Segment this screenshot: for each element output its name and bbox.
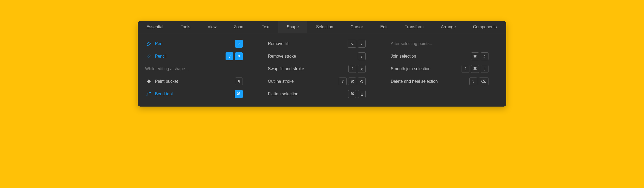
shortcut-smooth-join-selection[interactable]: Smooth join selection ⇧ ⌘ J [389,63,501,75]
tab-edit[interactable]: Edit [372,21,396,33]
shortcut-remove-stroke[interactable]: Remove stroke / [266,50,378,63]
shortcut-flatten-selection[interactable]: Flatten selection ⌘ E [266,88,378,100]
shortcut-keys: B [235,78,243,85]
shortcut-keys: ⌥ / [348,40,366,48]
shortcut-swap-fill-stroke[interactable]: Swap fill and stroke ⇧ X [266,63,378,75]
shortcut-keys: P [235,40,243,48]
key-cmd: ⌘ [348,90,356,98]
shortcut-label: Pencil [155,54,226,59]
shortcut-label: Smooth join selection [391,67,462,71]
tab-label: Tools [181,25,190,29]
tab-label: Arrange [441,25,456,29]
pen-icon [145,41,152,46]
tab-text[interactable]: Text [253,21,278,33]
tab-label: Components [473,25,497,29]
shortcut-label: Bend tool [155,92,235,96]
key-cmd: ⌘ [348,78,356,85]
section-heading-editing-shape: While editing a shape… [143,63,255,75]
key-shift: ⇧ [462,65,469,73]
key-cmd: ⌘ [471,52,479,60]
tab-view[interactable]: View [199,21,225,33]
shortcut-delete-heal-selection[interactable]: Delete and heal selection ⇧ ⌫ [389,75,501,88]
key-shift: ⇧ [339,78,347,85]
key-shift: ⇧ [226,52,233,60]
tab-essential[interactable]: Essential [138,21,172,33]
paint-bucket-icon [145,79,152,84]
tab-label: View [208,25,216,29]
shortcut-join-selection[interactable]: Join selection ⌘ J [389,50,501,63]
shortcut-remove-fill[interactable]: Remove fill ⌥ / [266,37,378,50]
tab-arrange[interactable]: Arrange [432,21,464,33]
tab-tools[interactable]: Tools [172,21,199,33]
tab-label: Essential [146,25,163,29]
key: P [235,40,243,48]
svg-point-0 [147,95,148,96]
bend-tool-icon [145,91,152,97]
tab-label: Transform [405,25,424,29]
heading-label: While editing a shape… [145,67,243,71]
tab-cursor[interactable]: Cursor [342,21,372,33]
key-backspace: ⌫ [479,78,488,85]
tab-label: Selection [316,25,333,29]
key: J [481,52,488,60]
shortcut-keys: ⇧ X [348,65,366,73]
tab-shape[interactable]: Shape [278,21,307,33]
shortcut-bend-tool[interactable]: Bend tool ⌘ [143,88,255,100]
section-heading-after-selecting-points: After selecting points… [389,37,501,50]
shortcut-keys: ⌘ E [348,90,366,98]
shortcut-keys: ⇧ ⌫ [469,78,488,85]
shortcut-paint-bucket[interactable]: Paint bucket B [143,75,255,88]
shortcut-pencil[interactable]: Pencil ⇧ P [143,50,255,63]
key-shift: ⇧ [348,65,356,73]
shortcuts-panel: Essential Tools View Zoom Text Shape Sel… [138,21,506,107]
shortcut-label: Flatten selection [268,92,348,96]
column-2: Remove fill ⌥ / Remove stroke / Swap fil… [261,37,383,100]
shortcut-label: Paint bucket [155,79,235,84]
tab-transform[interactable]: Transform [396,21,432,33]
key: / [358,52,366,60]
shortcut-label: Delete and heal selection [391,79,469,84]
shortcut-keys: ⇧ ⌘ O [339,78,366,85]
pencil-icon [145,54,152,59]
key-cmd: ⌘ [235,90,243,98]
shortcut-label: Remove fill [268,41,348,46]
tab-label: Zoom [234,25,245,29]
shortcut-label: Swap fill and stroke [268,67,348,71]
tab-zoom[interactable]: Zoom [225,21,253,33]
key: / [358,40,366,48]
column-1: Pen P Pencil ⇧ P While editing a shape… [138,37,261,100]
shortcut-keys: ⇧ P [226,52,243,60]
shortcut-outline-stroke[interactable]: Outline stroke ⇧ ⌘ O [266,75,378,88]
key-cmd: ⌘ [471,65,479,73]
column-3: After selecting points… Join selection ⌘… [383,37,506,100]
shortcut-pen[interactable]: Pen P [143,37,255,50]
svg-point-1 [150,92,151,93]
shortcut-keys: ⌘ J [471,52,488,60]
key-shift: ⇧ [469,78,477,85]
shortcut-label: Pen [155,41,235,46]
tab-label: Text [262,25,269,29]
tab-selection[interactable]: Selection [307,21,342,33]
key: O [358,78,366,85]
tab-components[interactable]: Components [464,21,505,33]
tab-label: Edit [380,25,388,29]
heading-label: After selecting points… [391,41,488,46]
tab-bar: Essential Tools View Zoom Text Shape Sel… [138,21,506,33]
tab-label: Cursor [350,25,363,29]
key-option: ⌥ [348,40,356,48]
key: X [358,65,366,73]
key: E [358,90,366,98]
key: J [481,65,488,73]
shortcut-label: Join selection [391,54,471,59]
shortcut-label: Remove stroke [268,54,358,59]
shortcut-label: Outline stroke [268,79,339,84]
key: P [235,52,243,60]
shortcut-keys: ⇧ ⌘ J [462,65,488,73]
shortcut-keys: / [358,52,366,60]
shortcuts-content: Pen P Pencil ⇧ P While editing a shape… [138,33,506,107]
shortcut-keys: ⌘ [235,90,243,98]
key: B [235,78,243,85]
tab-label: Shape [287,25,299,29]
